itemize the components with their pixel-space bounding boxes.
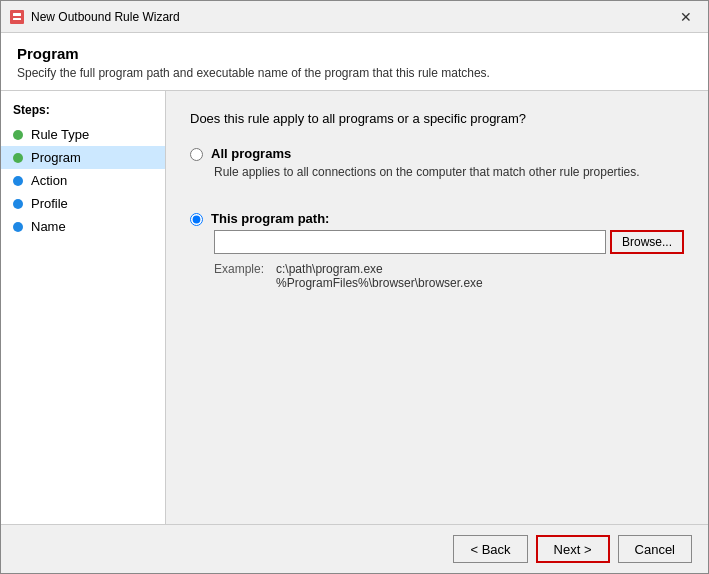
this-program-label: This program path: — [211, 211, 329, 226]
steps-label: Steps: — [1, 103, 165, 123]
sidebar-item-name[interactable]: Name — [1, 215, 165, 238]
example-line1: c:\path\program.exe — [276, 262, 483, 276]
svg-rect-2 — [13, 18, 21, 20]
header-description: Specify the full program path and execut… — [17, 66, 692, 80]
cancel-button[interactable]: Cancel — [618, 535, 692, 563]
action-dot — [13, 176, 23, 186]
example-row: Example: c:\path\program.exe %ProgramFil… — [214, 262, 684, 290]
svg-rect-1 — [13, 13, 21, 16]
name-dot — [13, 222, 23, 232]
main-panel: Does this rule apply to all programs or … — [166, 91, 708, 524]
wizard-window: New Outbound Rule Wizard ✕ Program Speci… — [0, 0, 709, 574]
program-dot — [13, 153, 23, 163]
page-title: Program — [17, 45, 692, 62]
title-bar: New Outbound Rule Wizard ✕ — [1, 1, 708, 33]
browse-button[interactable]: Browse... — [610, 230, 684, 254]
close-button[interactable]: ✕ — [672, 5, 700, 29]
header-section: Program Specify the full program path an… — [1, 33, 708, 91]
example-values: c:\path\program.exe %ProgramFiles%\brows… — [276, 262, 483, 290]
sidebar-item-rule-type-label: Rule Type — [31, 127, 89, 142]
rule-type-dot — [13, 130, 23, 140]
sidebar-item-action[interactable]: Action — [1, 169, 165, 192]
example-section: Example: c:\path\program.exe %ProgramFil… — [214, 262, 684, 290]
this-program-path-section: This program path: Browse... Example: c:… — [190, 211, 684, 292]
example-label: Example: — [214, 262, 264, 290]
program-path-row: Browse... — [214, 230, 684, 254]
question-text: Does this rule apply to all programs or … — [190, 111, 684, 126]
sidebar-item-program-label: Program — [31, 150, 81, 165]
sidebar-item-program[interactable]: Program — [1, 146, 165, 169]
next-button[interactable]: Next > — [536, 535, 610, 563]
svg-rect-0 — [10, 10, 24, 24]
example-line2: %ProgramFiles%\browser\browser.exe — [276, 276, 483, 290]
sidebar-item-rule-type[interactable]: Rule Type — [1, 123, 165, 146]
sidebar-item-profile[interactable]: Profile — [1, 192, 165, 215]
all-programs-radio[interactable] — [190, 148, 203, 161]
sidebar: Steps: Rule Type Program Action Profile … — [1, 91, 166, 524]
all-programs-label: All programs — [211, 146, 291, 161]
back-button[interactable]: < Back — [453, 535, 527, 563]
sidebar-item-name-label: Name — [31, 219, 66, 234]
all-programs-option: All programs Rule applies to all connect… — [190, 146, 684, 179]
title-bar-text: New Outbound Rule Wizard — [31, 10, 672, 24]
program-path-input[interactable] — [214, 230, 606, 254]
content-area: Steps: Rule Type Program Action Profile … — [1, 91, 708, 524]
this-program-radio[interactable] — [190, 213, 203, 226]
profile-dot — [13, 199, 23, 209]
all-programs-desc: Rule applies to all connections on the c… — [214, 165, 684, 179]
sidebar-item-action-label: Action — [31, 173, 67, 188]
sidebar-item-profile-label: Profile — [31, 196, 68, 211]
footer: < Back Next > Cancel — [1, 524, 708, 573]
window-icon — [9, 9, 25, 25]
